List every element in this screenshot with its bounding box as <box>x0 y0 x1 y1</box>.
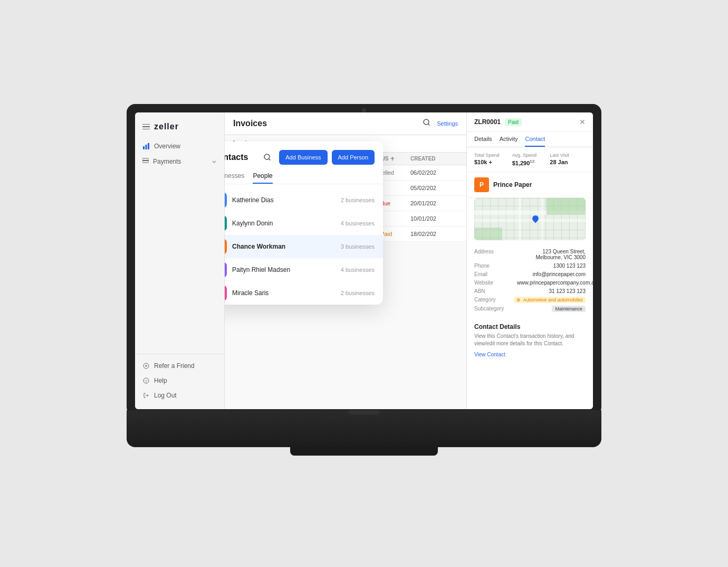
last-visit-stat: Last Visit 28 Jan <box>550 153 586 166</box>
avatar: C <box>225 239 227 254</box>
sidebar-item-help[interactable]: ? Help <box>135 373 224 388</box>
contact-name: Chance Workman <box>232 243 285 250</box>
panel-tabs: Details Activity Contact <box>467 132 593 147</box>
invoice-id: ZLR0001 <box>474 118 501 126</box>
total-spend-value: $10k + <box>474 159 510 165</box>
avatar: M <box>225 286 227 300</box>
sidebar-bottom: Refer a Friend ? Help <box>135 354 224 403</box>
contacts-modal: Contacts Add Business Add Person <box>225 141 383 305</box>
contact-details-section: Address 123 Queen Street, Melbourne, VIC… <box>467 244 593 319</box>
svg-text:?: ? <box>145 380 147 383</box>
tab-people[interactable]: People <box>253 169 272 184</box>
contact-details-title: Contact Details <box>474 323 586 330</box>
svg-point-9 <box>264 154 270 159</box>
sidebar: zeller Overview <box>135 112 225 409</box>
avatar: K <box>225 216 227 231</box>
header-actions: Settings <box>423 119 458 128</box>
svg-rect-1 <box>146 145 147 149</box>
logout-icon <box>142 392 150 399</box>
svg-point-8 <box>424 119 429 125</box>
contact-businesses: 3 businesses <box>341 243 375 250</box>
invoices-title: Invoices <box>233 119 267 128</box>
contacts-tabs: Businesses People <box>225 169 383 184</box>
tab-activity[interactable]: Activity <box>500 132 518 147</box>
contact-businesses: 2 businesses <box>341 290 375 296</box>
tab-details[interactable]: Details <box>474 132 492 147</box>
list-item[interactable]: P Paityn Rhiel Madsen 4 businesses <box>225 258 383 281</box>
status-badge: Paid <box>505 118 522 126</box>
chevron-down-icon <box>212 159 217 164</box>
last-visit-label: Last Visit <box>550 153 586 158</box>
sidebar-overview-label: Overview <box>154 143 180 150</box>
avg-spend-stat: Avg. Spend $1,29012 <box>512 153 548 166</box>
contact-businesses: 4 businesses <box>341 220 375 226</box>
help-icon: ? <box>142 377 150 384</box>
refer-label: Refer a Friend <box>154 362 195 370</box>
refer-icon <box>142 362 150 370</box>
detail-email-row: Email info@princepaper.com <box>474 271 586 277</box>
detail-category-row: Category ⊕ Automotive and automobiles <box>474 297 586 303</box>
chart-icon <box>142 143 150 150</box>
sidebar-item-logout[interactable]: Log Out <box>135 388 224 403</box>
hamburger-icon[interactable] <box>142 124 150 130</box>
contact-name: Miracle Saris <box>232 289 269 297</box>
contacts-modal-header: Contacts Add Business Add Person <box>225 141 383 169</box>
right-panel: ZLR0001 Paid ✕ Details Activity Contact … <box>466 112 593 409</box>
detail-address-row: Address 123 Queen Street, Melbourne, VIC… <box>474 249 586 260</box>
add-person-button[interactable]: Add Person <box>332 150 375 165</box>
panel-header: ZLR0001 Paid ✕ <box>467 112 593 132</box>
avatar: K <box>225 193 227 207</box>
list-item[interactable]: K Kaylynn Donin 4 businesses <box>225 212 383 235</box>
detail-abn-row: ABN 31 123 123 123 <box>474 288 586 294</box>
contact-details-desc: View this Contact's transaction history,… <box>474 333 586 347</box>
contacts-title: Contacts <box>225 153 248 162</box>
search-icon[interactable] <box>423 119 430 128</box>
payments-icon <box>142 157 149 165</box>
contacts-search-icon[interactable] <box>260 150 275 165</box>
category-badge: ⊕ Automotive and automobiles <box>514 297 586 303</box>
contact-name: Paityn Rhiel Madsen <box>232 266 290 273</box>
people-list: K Katherine Dias 2 businesses K Kaylynn … <box>225 188 383 305</box>
settings-link[interactable]: Settings <box>437 120 458 127</box>
add-business-button[interactable]: Add Business <box>279 150 327 165</box>
detail-subcategory-row: Subcategory Maintenance <box>474 306 586 312</box>
contact-name: Kaylynn Donin <box>232 220 273 227</box>
detail-website-row: Website www.princepapercompany.com.au <box>474 280 586 286</box>
svg-rect-4 <box>142 160 149 161</box>
view-contact-link[interactable]: View Contact <box>474 352 586 357</box>
detail-phone-row: Phone 1300 123 123 <box>474 263 586 269</box>
help-label: Help <box>154 377 167 384</box>
main-content: Invoices Settings <box>225 112 466 409</box>
list-item[interactable]: M Miracle Saris 2 businesses <box>225 281 383 305</box>
map-area <box>474 198 586 240</box>
contact-name: Katherine Dias <box>232 196 274 204</box>
total-spend-stat: Total Spend $10k + <box>474 153 510 166</box>
last-visit-value: 28 Jan <box>550 159 586 165</box>
business-header: P Prince Paper <box>467 172 593 198</box>
svg-rect-0 <box>143 146 145 149</box>
sidebar-item-payments[interactable]: Payments <box>135 154 224 169</box>
sidebar-logo: zeller <box>135 119 224 139</box>
logout-label: Log Out <box>154 392 177 399</box>
tab-contact[interactable]: Contact <box>525 132 545 147</box>
invoices-header: Invoices Settings <box>225 112 466 135</box>
sidebar-item-refer[interactable]: Refer a Friend <box>135 358 224 373</box>
business-avatar: P <box>474 177 489 192</box>
sidebar-payments-label: Payments <box>153 158 181 165</box>
list-item[interactable]: C Chance Workman 3 businesses <box>225 235 383 258</box>
panel-stats: Total Spend $10k + Avg. Spend $1,29012 L… <box>467 147 593 172</box>
avg-spend-label: Avg. Spend <box>512 153 548 158</box>
sidebar-item-overview[interactable]: Overview <box>135 139 224 154</box>
contact-businesses: 2 businesses <box>341 197 375 203</box>
close-icon[interactable]: ✕ <box>579 118 586 126</box>
business-name: Prince Paper <box>493 181 532 188</box>
contacts-actions: Add Business Add Person <box>260 150 375 165</box>
tab-businesses[interactable]: Businesses <box>225 169 244 184</box>
avg-spend-value: $1,29012 <box>512 159 548 166</box>
svg-rect-2 <box>148 143 149 149</box>
total-spend-label: Total Spend <box>474 153 510 158</box>
contact-businesses: 4 businesses <box>341 267 375 273</box>
avatar: P <box>225 262 227 277</box>
list-item[interactable]: K Katherine Dias 2 businesses <box>225 188 383 212</box>
logo-text: zeller <box>154 122 179 131</box>
